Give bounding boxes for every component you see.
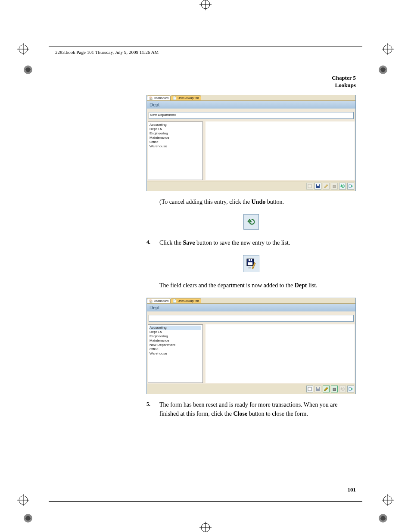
svg-rect-33 <box>317 387 319 389</box>
svg-point-29 <box>249 268 250 268</box>
registration-mark-icon <box>382 494 394 506</box>
list-item[interactable]: Office <box>149 347 201 352</box>
registration-mark-icon <box>17 494 29 506</box>
step-4: 4. Click the Save button to save the new… <box>146 238 356 247</box>
tab-dashboard[interactable]: 🏠 Dashboard <box>147 298 171 303</box>
tab-dashboard[interactable]: 🏠 Dashboard <box>147 95 171 100</box>
chapter-number: Chapter 5 <box>332 75 356 82</box>
undo-icon-illustration <box>243 214 259 230</box>
screenshot-dept-form-1: 🏠 Dashboard 📄 UnivLookupFrm Dept New Dep… <box>146 95 356 191</box>
chapter-title: Lookups <box>332 82 356 89</box>
svg-rect-26 <box>250 259 251 261</box>
form-title: Dept <box>147 304 355 311</box>
chapter-header: Chapter 5 Lookups <box>332 75 356 89</box>
registration-mark-icon <box>199 522 212 532</box>
form-canvas <box>206 324 355 383</box>
list-item[interactable]: Engineering <box>149 131 201 136</box>
new-button[interactable] <box>306 386 313 392</box>
step-number: 5. <box>146 400 159 418</box>
tab-label: Dashboard <box>154 299 168 302</box>
edit-button[interactable] <box>323 183 330 190</box>
list-item[interactable]: Office <box>149 140 201 144</box>
registration-mark-icon <box>199 0 212 10</box>
bottom-crop-rule <box>49 501 362 502</box>
list-item[interactable]: Warehouse <box>149 144 201 149</box>
registration-dot-icon <box>24 514 32 523</box>
list-item[interactable]: Dept 1A <box>149 330 201 334</box>
step-5: 5. The form has been reset and is ready … <box>146 400 356 418</box>
close-button[interactable] <box>347 386 354 392</box>
form-title: Dept <box>147 101 355 109</box>
dept-name-input[interactable]: New Department <box>149 112 354 119</box>
list-item[interactable]: Warehouse <box>149 352 201 356</box>
home-icon: 🏠 <box>149 299 153 303</box>
list-item[interactable]: Accounting <box>149 123 201 127</box>
tab-label: UnivLookupFrm <box>177 96 199 100</box>
page-content: 🏠 Dashboard 📄 UnivLookupFrm Dept New Dep… <box>146 95 356 426</box>
form-canvas <box>206 121 355 180</box>
svg-rect-31 <box>308 387 311 391</box>
svg-rect-35 <box>333 388 336 388</box>
dept-name-input[interactable] <box>149 315 354 322</box>
list-item[interactable]: Dept 1A <box>149 127 201 131</box>
home-icon: 🏠 <box>149 96 153 100</box>
tab-label: UnivLookupFrm <box>177 299 199 302</box>
new-button[interactable] <box>306 183 313 190</box>
delete-button[interactable] <box>331 183 338 190</box>
close-button[interactable] <box>347 183 354 190</box>
tab-label: Dashboard <box>154 96 168 100</box>
paragraph-added: The field clears and the department is n… <box>159 281 356 290</box>
undo-button[interactable] <box>339 386 346 392</box>
top-crop-rule <box>49 47 362 47</box>
page-number: 101 <box>348 486 356 493</box>
tab-univlookupfrm[interactable]: 📄 UnivLookupFrm <box>171 298 201 303</box>
list-item[interactable]: Engineering <box>149 334 201 339</box>
save-button[interactable] <box>314 386 321 392</box>
registration-mark-icon <box>17 43 29 55</box>
form-toolbar <box>147 384 355 394</box>
svg-point-30 <box>250 268 251 268</box>
registration-dot-icon <box>379 514 387 523</box>
edit-button[interactable] <box>323 386 330 392</box>
registration-dot-icon <box>24 65 32 74</box>
svg-rect-21 <box>333 185 336 188</box>
paragraph-cancel: (To cancel adding this entry, click the … <box>159 197 356 206</box>
list-item[interactable]: New Department <box>149 343 201 347</box>
list-item[interactable]: Maintenance <box>149 136 201 140</box>
form-icon: 📄 <box>173 299 177 303</box>
undo-button[interactable] <box>339 183 346 190</box>
registration-dot-icon <box>379 65 387 74</box>
svg-rect-34 <box>333 388 336 391</box>
save-icon-illustration <box>243 255 259 272</box>
tab-univlookupfrm[interactable]: 📄 UnivLookupFrm <box>171 95 201 100</box>
svg-rect-22 <box>333 185 336 185</box>
running-head: 2283.book Page 101 Thursday, July 9, 200… <box>55 50 159 55</box>
form-toolbar <box>147 181 355 191</box>
save-button[interactable] <box>314 183 321 190</box>
svg-point-28 <box>248 268 249 268</box>
dept-list[interactable]: Accounting Dept 1A Engineering Maintenan… <box>148 324 203 383</box>
svg-rect-18 <box>308 184 311 188</box>
screenshot-dept-form-2: 🏠 Dashboard 📄 UnivLookupFrm Dept Account… <box>146 298 356 394</box>
list-item[interactable]: Maintenance <box>149 339 201 343</box>
svg-rect-27 <box>248 262 252 265</box>
form-icon: 📄 <box>173 96 177 100</box>
list-item[interactable]: Accounting <box>149 326 201 330</box>
dept-list[interactable]: Accounting Dept 1A Engineering Maintenan… <box>148 121 203 180</box>
svg-rect-20 <box>317 184 319 186</box>
registration-mark-icon <box>382 43 394 55</box>
delete-button[interactable] <box>331 386 338 392</box>
step-number: 4. <box>146 238 159 247</box>
